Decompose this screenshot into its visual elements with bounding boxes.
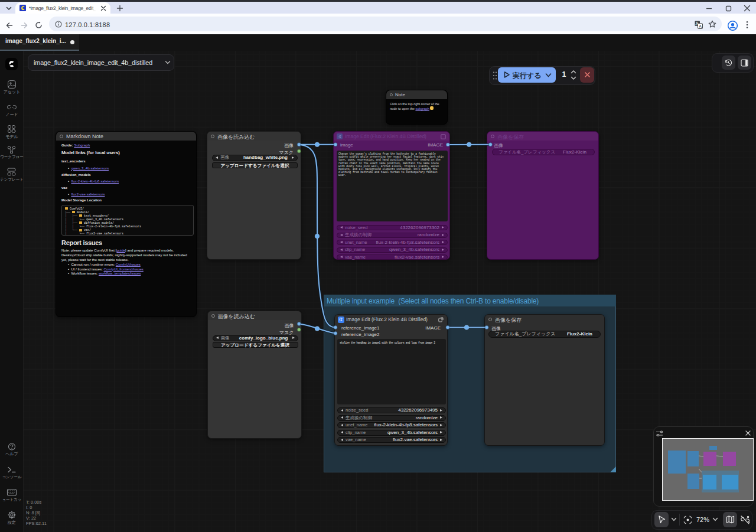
svg-text:A: A [699,24,702,28]
